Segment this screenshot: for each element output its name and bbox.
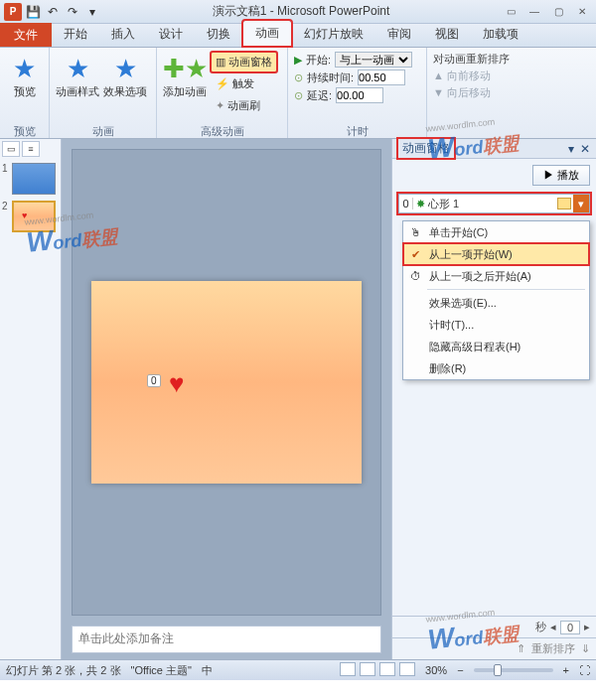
slides-tab-icon[interactable]: ▭ xyxy=(2,141,20,157)
menu-remove[interactable]: 删除(R) xyxy=(403,357,589,379)
zoom-out-icon[interactable]: − xyxy=(457,664,463,676)
animation-styles-icon: ★ xyxy=(63,54,92,83)
file-tab[interactable]: 文件 xyxy=(0,23,52,47)
add-animation-button[interactable]: ✚★ 添加动画 xyxy=(163,50,207,97)
pane-close-icon[interactable]: ✕ xyxy=(580,142,590,156)
trigger-button[interactable]: ⚡ 触发 xyxy=(211,73,277,94)
language-indicator[interactable]: 中 xyxy=(202,663,213,678)
menu-with-previous-label: 从上一项开始(W) xyxy=(429,247,513,262)
notes-area[interactable]: 单击此处添加备注 xyxy=(72,626,381,653)
zoom-slider[interactable] xyxy=(474,668,553,672)
animation-pane-button[interactable]: ▥ 动画窗格 xyxy=(211,52,277,72)
item-dropdown-icon[interactable]: ▾ xyxy=(573,195,589,212)
effect-options-button[interactable]: ★ 效果选项 xyxy=(103,50,147,97)
menu-timing[interactable]: 计时(T)... xyxy=(403,314,589,336)
menu-after-previous[interactable]: ⏱从上一项之后开始(A) xyxy=(403,265,589,287)
thumb-num-1: 1 xyxy=(2,163,10,174)
animation-painter-icon: ✦ xyxy=(216,99,224,112)
undo-icon[interactable]: ↶ xyxy=(44,3,62,21)
thumb-img-1 xyxy=(12,163,56,195)
save-icon[interactable]: 💾 xyxy=(24,3,42,21)
redo-icon[interactable]: ↷ xyxy=(64,3,81,21)
group-animation-label: 动画 xyxy=(56,122,150,138)
quick-access-toolbar: P 💾 ↶ ↷ ▾ xyxy=(4,3,101,21)
tab-view[interactable]: 视图 xyxy=(423,22,471,47)
maximize-button[interactable]: ▢ xyxy=(548,4,568,20)
timeline-position: 0 xyxy=(560,621,580,634)
animation-styles-label: 动画样式 xyxy=(56,85,99,97)
app-icon[interactable]: P xyxy=(4,3,22,21)
tab-animation[interactable]: 动画 xyxy=(242,20,292,47)
reorder-up-icon[interactable]: ⇑ xyxy=(517,642,525,655)
timeline-next-icon[interactable]: ▸ xyxy=(584,621,590,633)
duration-input[interactable] xyxy=(358,70,405,85)
start-select[interactable]: 与上一动画... xyxy=(335,52,412,68)
thumb-num-2: 2 xyxy=(2,201,10,211)
move-earlier-button[interactable]: ▲ 向前移动 xyxy=(433,69,491,83)
thumbnail-1[interactable]: 1 xyxy=(2,163,59,195)
menu-effect-options[interactable]: 效果选项(E)... xyxy=(403,292,589,314)
animation-painter-button[interactable]: ✦ 动画刷 xyxy=(211,95,277,116)
sorter-view-icon[interactable] xyxy=(360,662,375,676)
delay-input[interactable] xyxy=(336,87,383,103)
reading-view-icon[interactable] xyxy=(379,662,395,676)
add-animation-label: 添加动画 xyxy=(163,85,207,97)
tab-design[interactable]: 设计 xyxy=(147,22,195,47)
menu-separator xyxy=(427,289,585,290)
preview-label: 预览 xyxy=(14,85,36,97)
delay-icon: ⊙ xyxy=(294,89,303,102)
status-bar: 幻灯片 第 2 张，共 2 张 "Office 主题" 中 30% − + ⛶ xyxy=(0,659,596,680)
start-label: 开始: xyxy=(306,53,331,68)
outline-tab-icon[interactable]: ≡ xyxy=(22,141,40,157)
menu-effect-options-label: 效果选项(E)... xyxy=(429,296,497,311)
zoom-in-icon[interactable]: + xyxy=(563,664,569,676)
timeline-prev-icon[interactable]: ◂ xyxy=(550,621,556,633)
animation-tag[interactable]: 0 xyxy=(147,374,161,387)
pane-timeline-footer: 秒 ◂ 0 ▸ xyxy=(392,616,596,637)
slide[interactable]: 0 ♥ xyxy=(91,281,362,484)
tab-insert[interactable]: 插入 xyxy=(99,22,147,47)
thumbnail-2[interactable]: 2 xyxy=(2,201,59,232)
menu-timing-label: 计时(T)... xyxy=(429,318,474,333)
preview-button[interactable]: ★ 预览 xyxy=(6,50,43,97)
theme-name: "Office 主题" xyxy=(131,663,192,678)
delay-label: 延迟: xyxy=(307,88,332,103)
slide-editor: 0 ♥ 单击此处添加备注 xyxy=(62,139,391,659)
play-button[interactable]: ▶ 播放 xyxy=(532,165,590,186)
menu-on-click[interactable]: 🖱单击开始(C) xyxy=(403,221,589,243)
group-preview-label: 预览 xyxy=(6,122,43,138)
menu-hide-advanced[interactable]: 隐藏高级日程表(H) xyxy=(403,336,589,357)
tab-review[interactable]: 审阅 xyxy=(375,22,423,47)
animation-styles-button[interactable]: ★ 动画样式 xyxy=(56,50,99,97)
tab-home[interactable]: 开始 xyxy=(52,22,99,47)
zoom-value[interactable]: 30% xyxy=(425,664,447,676)
pane-dropdown-icon[interactable]: ▾ xyxy=(568,142,574,156)
zoom-thumb[interactable] xyxy=(494,664,502,676)
tab-addins[interactable]: 加载项 xyxy=(471,22,530,47)
minimize-ribbon-icon[interactable]: ▭ xyxy=(501,4,521,20)
minimize-button[interactable]: — xyxy=(524,4,544,20)
seconds-label: 秒 xyxy=(535,620,546,634)
reorder-title: 对动画重新排序 xyxy=(433,52,510,67)
context-menu: 🖱单击开始(C) ✔从上一项开始(W) ⏱从上一项之后开始(A) 效果选项(E)… xyxy=(402,220,590,380)
trigger-icon: ⚡ xyxy=(216,77,229,90)
heart-shape[interactable]: ♥ xyxy=(169,368,184,399)
normal-view-icon[interactable] xyxy=(340,662,356,676)
window-controls: ▭ — ▢ ✕ xyxy=(501,4,592,20)
qa-dropdown-icon[interactable]: ▾ xyxy=(83,3,101,21)
group-animation: ★ 动画样式 ★ 效果选项 动画 xyxy=(50,48,157,138)
pane-reorder-footer: ⇑ 重新排序 ⇓ xyxy=(392,637,596,659)
reorder-down-icon[interactable]: ⇓ xyxy=(581,642,590,655)
tab-slideshow[interactable]: 幻灯片放映 xyxy=(292,22,375,47)
tab-transition[interactable]: 切换 xyxy=(195,22,242,47)
group-timing-label: 计时 xyxy=(294,122,420,138)
menu-with-previous[interactable]: ✔从上一项开始(W) xyxy=(403,243,589,265)
slideshow-view-icon[interactable] xyxy=(399,662,415,676)
move-later-button[interactable]: ▼ 向后移动 xyxy=(433,85,491,100)
pane-title: 动画窗格 xyxy=(398,139,454,158)
move-earlier-label: 向前移动 xyxy=(447,70,491,81)
animation-list-item[interactable]: 0 ✸ 心形 1 ▾ xyxy=(398,194,590,213)
fit-window-icon[interactable]: ⛶ xyxy=(579,664,590,676)
slide-canvas[interactable]: 0 ♥ xyxy=(72,149,381,616)
close-button[interactable]: ✕ xyxy=(572,4,592,20)
